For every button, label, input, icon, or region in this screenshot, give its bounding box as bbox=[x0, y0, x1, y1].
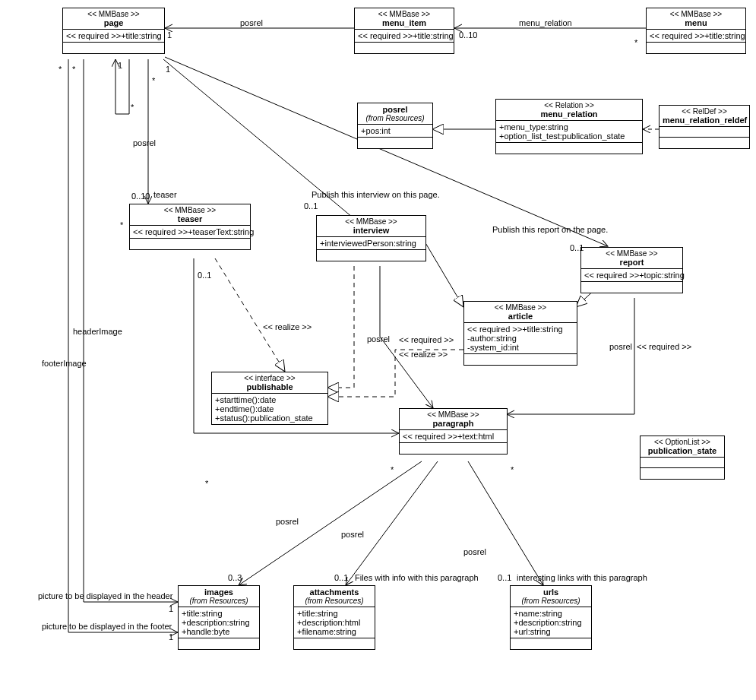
required-tag: << required >> bbox=[358, 31, 413, 40]
stereotype: << Relation >> bbox=[499, 101, 639, 109]
class-menu-item: << MMBase >>menu_item << required >>+tit… bbox=[354, 8, 454, 54]
class-posrel: posrel(from Resources) +pos:int bbox=[357, 103, 433, 149]
from-package: (from Resources) bbox=[182, 597, 256, 605]
mult: * bbox=[205, 479, 208, 488]
class-attachments: attachments(from Resources) +title:strin… bbox=[293, 585, 375, 650]
mult: * bbox=[59, 65, 62, 74]
required-tag: << required >> bbox=[133, 227, 188, 236]
class-name: menu_item bbox=[358, 18, 451, 27]
required-tag: << required >> bbox=[584, 271, 639, 280]
op: +status():publication_state bbox=[215, 413, 324, 423]
realize-label: << realize >> bbox=[263, 322, 312, 331]
realize-label: << realize >> bbox=[399, 350, 448, 359]
assoc-label-posrel: posrel bbox=[341, 530, 364, 539]
mult: 0..1 bbox=[198, 271, 211, 280]
stereotype: << OptionList >> bbox=[644, 438, 721, 446]
attr: +title:string bbox=[182, 609, 256, 618]
stereotype: << MMBase >> bbox=[320, 217, 422, 226]
attr: +interviewedPerson:string bbox=[320, 239, 416, 248]
from-package: (from Resources) bbox=[297, 597, 372, 605]
class-menu-relation-reldef: << RelDef >>menu_relation_reldef bbox=[659, 105, 750, 149]
attr: +description:string bbox=[182, 618, 256, 627]
attr: -system_id:int bbox=[467, 343, 574, 352]
mult: 1 bbox=[169, 632, 173, 641]
class-teaser: << MMBase >>teaser << required >>+teaser… bbox=[129, 204, 251, 250]
required-label: << required >> bbox=[399, 335, 454, 344]
required-label: << required >> bbox=[637, 342, 691, 351]
class-name: page bbox=[66, 18, 161, 27]
class-name: article bbox=[467, 312, 574, 321]
stereotype: << MMBase >> bbox=[467, 303, 574, 312]
required-tag: << required >> bbox=[650, 31, 704, 40]
assoc-label-posrel: posrel bbox=[276, 517, 299, 526]
attr: +title:string bbox=[413, 31, 454, 40]
attr: +pos:int bbox=[361, 126, 391, 135]
class-name: teaser bbox=[133, 214, 247, 223]
note-header: picture to be displayed in the header bbox=[38, 591, 172, 600]
class-report: << MMBase >>report << required >>+topic:… bbox=[580, 247, 683, 293]
op: +endtime():date bbox=[215, 404, 324, 413]
assoc-label-headerimage: headerImage bbox=[73, 327, 122, 336]
mult: * bbox=[120, 220, 123, 230]
class-name: publication_state bbox=[644, 446, 721, 455]
class-name: menu_relation_reldef bbox=[663, 116, 746, 125]
mult: 0..3 bbox=[228, 573, 242, 582]
attr: +title:string bbox=[704, 31, 745, 40]
class-article: << MMBase >>article << required >>+title… bbox=[463, 301, 577, 366]
required-tag: << required >> bbox=[467, 325, 522, 334]
class-urls: urls(from Resources) +name:string +descr… bbox=[510, 585, 592, 650]
note-urls: interesting links with this paragraph bbox=[517, 573, 647, 582]
mult: * bbox=[391, 465, 394, 474]
class-name: menu_relation bbox=[499, 109, 639, 119]
svg-line-11 bbox=[346, 461, 438, 585]
assoc-label-footerimage: footerImage bbox=[42, 359, 87, 368]
class-publishable: << interface >>publishable +starttime():… bbox=[211, 372, 328, 425]
class-paragraph: << MMBase >>paragraph << required >>+tex… bbox=[399, 408, 508, 455]
assoc-label-posrel: posrel bbox=[367, 334, 390, 344]
uml-class-diagram: { "stereotypes": { "mmbase": "<< MMBase … bbox=[0, 0, 756, 700]
attr: +title:string bbox=[522, 325, 563, 334]
class-name: posrel bbox=[361, 105, 429, 114]
attr: +filename:string bbox=[297, 627, 372, 636]
required-tag: << required >> bbox=[66, 31, 121, 40]
class-menu: << MMBase >>menu << required >>+title:st… bbox=[646, 8, 746, 54]
from-package: (from Resources) bbox=[514, 597, 588, 605]
op: +starttime():date bbox=[215, 395, 324, 404]
class-publication-state: << OptionList >>publication_state bbox=[640, 436, 725, 480]
svg-line-9 bbox=[215, 258, 285, 372]
class-name: urls bbox=[514, 588, 588, 597]
mult: 0..1 bbox=[570, 243, 584, 252]
attr: +name:string bbox=[514, 609, 588, 618]
assoc-label-posrel: posrel bbox=[609, 342, 632, 351]
class-menu-relation: << Relation >>menu_relation +menu_type:s… bbox=[495, 99, 643, 154]
attr: +description:html bbox=[297, 618, 372, 627]
note-footer: picture to be displayed in the footer bbox=[42, 622, 172, 631]
attr: +handle:byte bbox=[182, 627, 256, 636]
class-name: report bbox=[584, 258, 679, 267]
stereotype: << interface >> bbox=[215, 374, 324, 382]
attr: +teaserText:string bbox=[188, 227, 254, 236]
mult: * bbox=[131, 103, 134, 112]
class-name: interview bbox=[320, 226, 422, 235]
class-name: attachments bbox=[297, 588, 372, 597]
stereotype: << RelDef >> bbox=[663, 107, 746, 116]
class-interview: << MMBase >>interview +interviewedPerson… bbox=[316, 215, 426, 261]
attr: +title:string bbox=[297, 609, 372, 618]
assoc-label-menu-relation: menu_relation bbox=[519, 18, 572, 27]
stereotype: << MMBase >> bbox=[66, 10, 161, 18]
assoc-label-posrel: posrel bbox=[133, 138, 156, 147]
class-name: images bbox=[182, 588, 256, 597]
class-name: paragraph bbox=[403, 419, 504, 428]
attr: +menu_type:string bbox=[499, 122, 639, 131]
class-name: menu bbox=[650, 18, 742, 27]
mult: * bbox=[634, 38, 637, 47]
attr: +title:string bbox=[121, 31, 162, 40]
attr: +option_list_test:publication_state bbox=[499, 131, 639, 141]
mult: 1 bbox=[167, 30, 172, 40]
attr: +text:html bbox=[457, 432, 494, 441]
stereotype: << MMBase >> bbox=[133, 206, 247, 214]
from-package: (from Resources) bbox=[361, 114, 429, 122]
note-files: Files with info with this paragraph bbox=[355, 573, 479, 582]
svg-line-12 bbox=[468, 461, 543, 585]
mult: 1 bbox=[166, 65, 170, 74]
